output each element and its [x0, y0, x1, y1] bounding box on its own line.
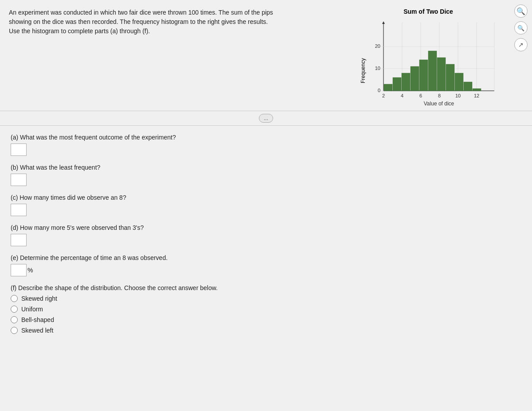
- svg-rect-25: [473, 89, 481, 91]
- svg-text:8: 8: [438, 93, 441, 98]
- question-f-block: (f) Describe the shape of the distributi…: [11, 284, 521, 334]
- svg-rect-15: [384, 84, 392, 91]
- question-b-input[interactable]: [11, 174, 27, 186]
- zoom-in-button[interactable]: 🔍: [514, 4, 528, 18]
- radio-skewed-left-input[interactable]: [11, 327, 18, 334]
- expand-button[interactable]: ...: [259, 114, 273, 123]
- radio-skewed-left-label: Skewed left: [21, 327, 53, 334]
- svg-rect-24: [464, 82, 472, 91]
- svg-rect-18: [411, 66, 419, 91]
- radio-skewed-right[interactable]: Skewed right: [11, 295, 521, 302]
- pct-row: %: [11, 264, 521, 276]
- histogram-svg: 0 10 20: [368, 18, 497, 106]
- svg-text:6: 6: [419, 93, 422, 98]
- svg-rect-17: [402, 73, 410, 91]
- question-f-label: (f) Describe the shape of the distributi…: [11, 284, 521, 291]
- svg-rect-22: [446, 64, 454, 91]
- svg-text:4: 4: [401, 93, 403, 98]
- question-d-block: (d) How many more 5's were observed than…: [11, 224, 521, 246]
- svg-rect-16: [393, 78, 401, 91]
- svg-text:2: 2: [382, 93, 385, 98]
- svg-text:Value of dice: Value of dice: [424, 101, 454, 106]
- radio-bell-shaped-label: Bell-shaped: [21, 316, 54, 323]
- svg-rect-20: [428, 51, 437, 91]
- radio-uniform-label: Uniform: [21, 306, 43, 313]
- problem-text: An experiment was conducted in which two…: [9, 8, 275, 36]
- question-a-input[interactable]: [11, 143, 27, 156]
- question-b-label: (b) What was the least frequent?: [11, 164, 521, 171]
- radio-skewed-right-input[interactable]: [11, 295, 18, 302]
- question-d-input[interactable]: [11, 234, 27, 246]
- radio-skewed-right-label: Skewed right: [21, 295, 57, 302]
- radio-uniform[interactable]: Uniform: [11, 306, 521, 313]
- question-c-label: (c) How many times did we observe an 8?: [11, 194, 521, 201]
- radio-group-f: Skewed right Uniform Bell-shaped Skewed …: [11, 295, 521, 334]
- expand-btn-row: ...: [0, 111, 532, 125]
- chart-inner: 0 10 20: [368, 18, 497, 106]
- icons-column: 🔍 🔍 ↗: [514, 4, 528, 51]
- question-d-label: (d) How many more 5's were observed than…: [11, 224, 521, 231]
- svg-rect-19: [419, 60, 428, 91]
- question-e-block: (e) Determine the percentage of time an …: [11, 254, 521, 276]
- svg-text:10: 10: [375, 66, 380, 71]
- zoom-out-button[interactable]: 🔍: [514, 21, 528, 35]
- svg-text:12: 12: [474, 93, 479, 98]
- question-c-block: (c) How many times did we observe an 8?: [11, 194, 521, 216]
- chart-area: Sum of Two Dice Frequency 0 10: [360, 8, 497, 106]
- svg-rect-21: [437, 58, 446, 91]
- radio-uniform-input[interactable]: [11, 306, 18, 313]
- problem-statement: An experiment was conducted in which two…: [9, 9, 273, 35]
- question-e-input[interactable]: [11, 264, 27, 276]
- bottom-section: (a) What was the most frequent outcome o…: [0, 126, 532, 351]
- y-axis-label: Frequency: [360, 35, 366, 106]
- question-a-block: (a) What was the most frequent outcome o…: [11, 134, 521, 156]
- top-section: An experiment was conducted in which two…: [0, 0, 532, 111]
- svg-text:20: 20: [375, 43, 380, 49]
- svg-text:10: 10: [455, 93, 461, 98]
- question-e-label: (e) Determine the percentage of time an …: [11, 254, 521, 261]
- radio-skewed-left[interactable]: Skewed left: [11, 327, 521, 334]
- svg-rect-23: [455, 73, 463, 91]
- external-link-button[interactable]: ↗: [514, 38, 528, 51]
- question-a-label: (a) What was the most frequent outcome o…: [11, 134, 521, 141]
- percent-sign: %: [27, 267, 33, 274]
- svg-text:0: 0: [378, 88, 380, 93]
- chart-title: Sum of Two Dice: [403, 8, 453, 15]
- radio-bell-shaped-input[interactable]: [11, 316, 18, 323]
- question-b-block: (b) What was the least frequent?: [11, 164, 521, 186]
- radio-bell-shaped[interactable]: Bell-shaped: [11, 316, 521, 323]
- svg-marker-33: [382, 21, 385, 24]
- chart-container: Frequency 0 10 20: [360, 18, 497, 106]
- question-c-input[interactable]: [11, 204, 27, 216]
